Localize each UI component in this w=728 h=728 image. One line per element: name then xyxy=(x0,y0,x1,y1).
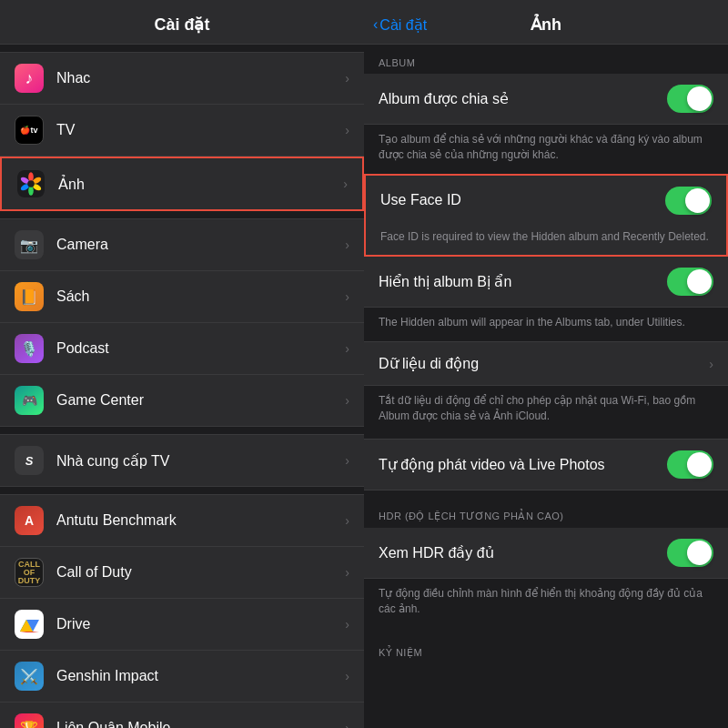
antutu-icon: A xyxy=(15,506,44,535)
svg-marker-12 xyxy=(20,632,39,632)
genshin-icon: ⚔️ xyxy=(15,662,44,691)
sidebar-item-podcast[interactable]: 🎙️ Podcast › xyxy=(0,323,364,375)
chevron-icon: › xyxy=(345,453,349,468)
chevron-icon: › xyxy=(345,393,349,408)
faceid-desc: Face ID is required to view the Hidden a… xyxy=(366,226,726,256)
album-shared-row[interactable]: Album được chia sẻ xyxy=(364,74,728,125)
tv-label: TV xyxy=(56,122,345,138)
gamecenter-label: Game Center xyxy=(56,392,345,409)
callofduty-label: Call of Duty xyxy=(56,564,345,581)
back-button[interactable]: ‹ Cài đặt xyxy=(373,16,427,34)
sidebar-item-tvprovider[interactable]: S Nhà cung cấp TV › xyxy=(0,434,364,487)
chevron-icon: › xyxy=(345,341,349,356)
mobile-data-row[interactable]: Dữ liệu di động › xyxy=(364,341,728,386)
left-title: Cài đặt xyxy=(154,15,209,34)
tvprovider-icon: S xyxy=(15,446,44,475)
camera-icon: 📷 xyxy=(15,230,44,259)
chevron-icon: › xyxy=(345,289,349,304)
sidebar-item-tv[interactable]: 🍎tv TV › xyxy=(0,105,364,157)
music-icon: ♪ xyxy=(15,64,44,93)
drive-icon xyxy=(15,610,44,639)
hdr-toggle[interactable] xyxy=(667,539,713,567)
podcast-label: Podcast xyxy=(56,340,345,357)
sach-label: Sách xyxy=(56,288,345,305)
album-section-label: ALBUM xyxy=(364,45,728,74)
sidebar-item-anh[interactable]: Ảnh › xyxy=(0,157,364,211)
hidden-album-row[interactable]: Hiển thị album Bị ẩn xyxy=(364,257,728,308)
callofduty-icon: CALL OFDUTY xyxy=(15,558,44,587)
back-chevron-icon: ‹ xyxy=(373,16,378,33)
album-shared-label: Album được chia sẻ xyxy=(379,90,667,107)
tvprovider-label: Nhà cung cấp TV xyxy=(56,452,345,470)
album-shared-desc: Tạo album để chia sẻ với những người khá… xyxy=(364,125,728,174)
memory-section-label: KỶ NIỆM xyxy=(364,634,728,664)
gamecenter-icon: 🎮 xyxy=(15,386,44,415)
sidebar-item-drive[interactable]: Drive › xyxy=(0,599,364,651)
svg-point-4 xyxy=(28,186,34,195)
autoplay-row[interactable]: Tự động phát video và Live Photos xyxy=(364,439,728,490)
mobile-data-label: Dữ liệu di động xyxy=(379,355,709,372)
autoplay-toggle[interactable] xyxy=(667,450,713,479)
antutu-label: Antutu Benchmark xyxy=(56,512,345,529)
sidebar-item-sach[interactable]: 📙 Sách › xyxy=(0,271,364,323)
chevron-icon: › xyxy=(345,123,349,137)
hidden-album-desc: The Hidden album will appear in the Albu… xyxy=(364,308,728,341)
photos-icon xyxy=(16,169,46,198)
nhac-label: Nhac xyxy=(56,70,345,86)
sidebar-item-lienquan[interactable]: 🏆 Liên Quân Mobile › xyxy=(0,703,364,728)
sidebar-item-antutu[interactable]: A Antutu Benchmark › xyxy=(0,494,364,547)
chevron-icon: › xyxy=(345,721,349,728)
sidebar-item-nhac[interactable]: ♪ Nhac › xyxy=(0,52,364,105)
faceid-section: Use Face ID Face ID is required to view … xyxy=(364,174,728,258)
hidden-album-label: Hiển thị album Bị ẩn xyxy=(379,273,667,290)
podcast-icon: 🎙️ xyxy=(15,334,44,363)
tv-provider-group: S Nhà cung cấp TV › xyxy=(0,434,364,487)
tv-app-icon: 🍎tv xyxy=(15,116,44,145)
apps-group: A Antutu Benchmark › CALL OFDUTY Call of… xyxy=(0,494,364,728)
right-header: ‹ Cài đặt Ảnh xyxy=(364,0,728,45)
sidebar-item-camera[interactable]: 📷 Camera › xyxy=(0,218,364,271)
genshin-label: Genshin Impact xyxy=(56,668,345,684)
hdr-desc: Tự động điều chỉnh màn hình để hiển thị … xyxy=(364,579,728,628)
left-panel: Cài đặt ♪ Nhac › 🍎tv TV › xyxy=(0,0,364,728)
chevron-icon: › xyxy=(345,565,349,580)
album-shared-toggle[interactable] xyxy=(667,85,713,113)
chevron-icon: › xyxy=(343,177,348,191)
faceid-row[interactable]: Use Face ID xyxy=(366,176,726,226)
chevron-icon: › xyxy=(345,71,349,86)
hidden-album-toggle[interactable] xyxy=(667,268,713,296)
sidebar-item-callofduty[interactable]: CALL OFDUTY Call of Duty › xyxy=(0,547,364,599)
faceid-label: Use Face ID xyxy=(380,192,665,208)
faceid-toggle[interactable] xyxy=(665,187,712,215)
hdr-section-label: HDR (ĐỘ LỆCH TƯƠNG PHẢN CAO) xyxy=(364,498,728,528)
camera-label: Camera xyxy=(56,237,345,253)
chevron-icon: › xyxy=(345,238,349,252)
chevron-icon: › xyxy=(345,669,349,683)
svg-point-1 xyxy=(28,172,34,181)
hdr-label: Xem HDR đầy đủ xyxy=(379,544,667,561)
autoplay-label: Tự động phát video và Live Photos xyxy=(379,456,667,473)
svg-point-7 xyxy=(27,180,35,187)
mobile-data-desc: Tắt dữ liệu di động để chỉ cho phép cập … xyxy=(364,386,728,435)
chevron-icon: › xyxy=(345,513,349,528)
right-title: Ảnh xyxy=(531,15,561,35)
back-label: Cài đặt xyxy=(379,16,427,34)
left-header: Cài đặt xyxy=(0,0,364,45)
chevron-icon: › xyxy=(709,357,713,371)
right-content: ALBUM Album được chia sẻ Tạo album để ch… xyxy=(364,45,728,728)
top-settings-group: ♪ Nhac › 🍎tv TV › xyxy=(0,52,364,211)
chevron-icon: › xyxy=(345,617,349,632)
drive-label: Drive xyxy=(56,616,345,632)
right-panel: ‹ Cài đặt Ảnh ALBUM Album được chia sẻ T… xyxy=(364,0,728,728)
mid-settings-group: 📷 Camera › 📙 Sách › 🎙️ Podcast › 🎮 G xyxy=(0,218,364,427)
books-icon: 📙 xyxy=(15,282,44,311)
lienquan-label: Liên Quân Mobile xyxy=(56,720,345,728)
lienquan-icon: 🏆 xyxy=(15,713,44,728)
anh-label: Ảnh xyxy=(58,176,343,193)
sidebar-item-gamecenter[interactable]: 🎮 Game Center › xyxy=(0,375,364,427)
hdr-row[interactable]: Xem HDR đầy đủ xyxy=(364,528,728,579)
sidebar-item-genshin[interactable]: ⚔️ Genshin Impact › xyxy=(0,651,364,703)
